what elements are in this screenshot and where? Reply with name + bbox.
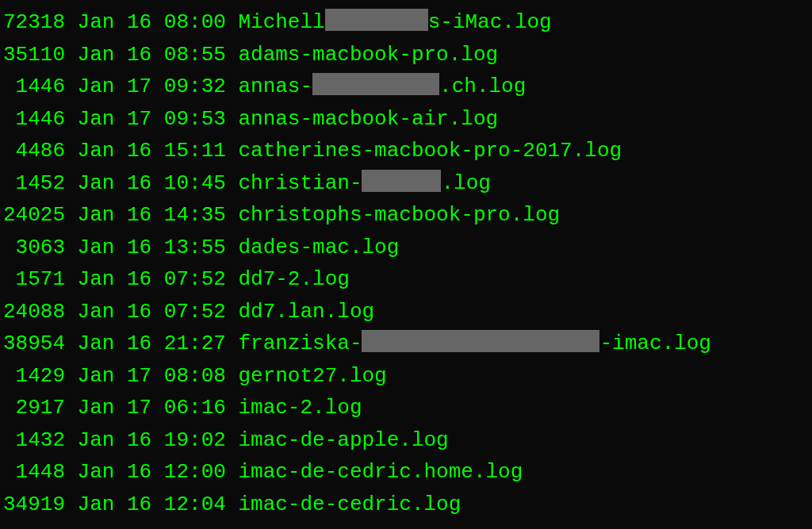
file-name: christophs-macbook-pro.log [238,199,560,231]
file-size: 2917 [3,392,65,424]
file-name: dd7.lan.log [238,296,374,328]
file-name-prefix: dd7-2.log [238,267,349,291]
redacted-block [312,73,439,95]
file-date: Jan 16 21:27 [78,328,226,359]
file-size: 24025 [3,199,65,231]
file-listing-row: 3063 Jan 16 13:55 dades-mac.log [3,232,809,264]
file-name-prefix: adams-macbook-pro.log [238,43,498,67]
file-name: imac-de-cedric.home.log [238,456,523,488]
file-name-suffix: s-iMac.log [428,10,552,34]
file-date: Jan 16 07:52 [78,296,226,328]
file-date: Jan 17 08:08 [78,360,226,392]
redacted-block [362,170,441,192]
file-listing-row: 34919 Jan 16 12:04 imac-de-cedric.log [3,489,809,521]
file-listing-row: 2917 Jan 17 06:16 imac-2.log [3,392,809,424]
file-size: 1448 [3,456,65,488]
file-listing-row: 72318 Jan 16 08:00 Michells-iMac.log [3,6,809,39]
file-name-suffix: .log [441,171,490,195]
file-name-prefix: christian- [238,171,362,195]
file-name: catherines-macbook-pro-2017.log [238,135,622,167]
file-date: Jan 17 09:32 [78,71,226,102]
file-name-suffix: .ch.log [439,75,526,98]
file-size: 1571 [3,263,65,295]
file-listing-row: 24088 Jan 16 07:52 dd7.lan.log [3,296,809,328]
file-size: 1429 [3,360,65,392]
file-name-prefix: annas- [238,75,312,98]
file-listing-row: 4486 Jan 16 15:11 catherines-macbook-pro… [3,135,809,167]
file-listing-row: 1571 Jan 16 07:52 dd7-2.log [3,263,809,296]
file-name: gernot27.log [238,360,386,392]
file-listing-row: 1429 Jan 17 08:08 gernot27.log [3,360,809,393]
file-name-prefix: Michell [238,10,324,34]
file-date: Jan 16 12:04 [78,489,226,520]
file-size: 35110 [3,39,65,71]
file-listing-row: 1448 Jan 16 12:00 imac-de-cedric.home.lo… [3,456,809,489]
file-name-prefix: imac-de-cedric.log [238,493,461,516]
file-size: 1432 [3,424,65,456]
file-size: 1446 [3,103,65,135]
file-listing-row: 1446 Jan 17 09:32 annas-.ch.log [3,71,809,103]
file-name: christian-.log [238,167,490,199]
file-date: Jan 17 06:16 [78,392,226,424]
file-name: adams-macbook-pro.log [238,39,498,71]
file-name-prefix: imac-de-cedric.home.log [238,460,523,484]
file-size: 34919 [3,489,65,520]
file-name: annas-.ch.log [238,71,526,102]
redacted-block [325,9,428,31]
file-listing-row: 35110 Jan 16 08:55 adams-macbook-pro.log [3,39,809,71]
file-name: franziska--imac.log [238,328,710,359]
redacted-block [362,330,599,352]
file-name-suffix: -imac.log [599,332,710,355]
file-date: Jan 16 13:55 [78,232,226,263]
file-name-prefix: catherines-macbook-pro-2017.log [238,139,622,163]
file-listing-row: 1432 Jan 16 19:02 imac-de-apple.log [3,424,809,457]
file-date: Jan 17 09:53 [78,103,226,135]
file-listing-row: 38954 Jan 16 21:27 franziska--imac.log [3,328,809,360]
file-listing-row: 24025 Jan 16 14:35 christophs-macbook-pr… [3,199,809,232]
file-size: 1446 [3,71,65,102]
file-listing-row: 1452 Jan 16 10:45 christian-.log [3,167,809,200]
file-name: imac-2.log [238,392,362,424]
file-name: imac-de-apple.log [238,424,448,456]
file-name: dd7-2.log [238,263,349,295]
file-size: 4486 [3,135,65,167]
terminal-output: 72318 Jan 16 08:00 Michells-iMac.log3511… [3,6,809,520]
file-size: 38954 [3,328,65,359]
file-name-prefix: imac-2.log [238,396,362,420]
file-date: Jan 16 19:02 [78,424,226,456]
file-date: Jan 16 12:00 [78,456,226,488]
file-date: Jan 16 14:35 [78,199,226,231]
file-size: 24088 [3,296,65,328]
file-name: annas-macbook-air.log [238,103,498,135]
file-date: Jan 16 15:11 [78,135,226,167]
file-name: Michells-iMac.log [238,6,551,38]
file-name-prefix: imac-de-apple.log [238,428,448,452]
file-name-prefix: gernot27.log [238,364,386,388]
file-name-prefix: christophs-macbook-pro.log [238,203,560,227]
file-date: Jan 16 07:52 [78,263,226,295]
file-name-prefix: dades-mac.log [238,236,399,259]
file-size: 72318 [3,6,65,38]
file-date: Jan 16 08:55 [78,39,226,71]
file-size: 3063 [3,232,65,263]
file-name: dades-mac.log [238,232,399,263]
file-size: 1452 [3,167,65,199]
file-name: imac-de-cedric.log [238,489,461,520]
file-date: Jan 16 10:45 [78,167,226,199]
file-name-prefix: annas-macbook-air.log [238,107,498,131]
file-name-prefix: dd7.lan.log [238,300,374,324]
file-listing-row: 1446 Jan 17 09:53 annas-macbook-air.log [3,103,809,136]
file-date: Jan 16 08:00 [78,6,226,38]
file-name-prefix: franziska- [238,332,362,355]
